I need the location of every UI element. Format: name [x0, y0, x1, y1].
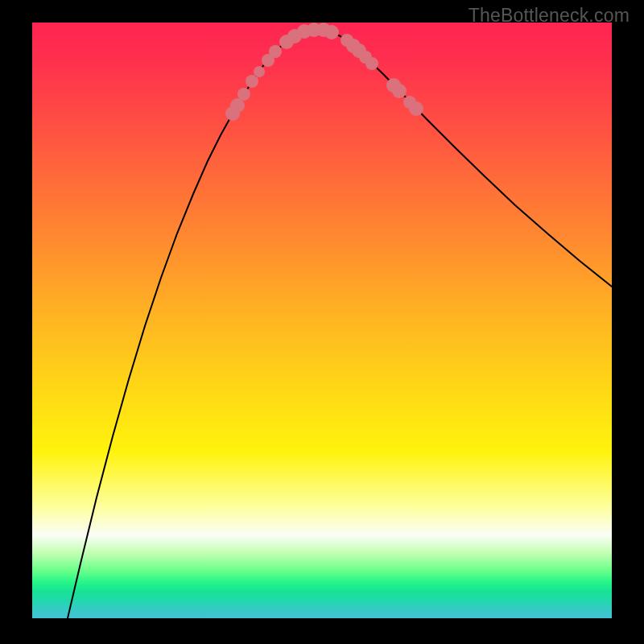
curve-marker — [409, 101, 423, 116]
plot-area — [32, 23, 612, 618]
curve-marker — [392, 84, 407, 98]
curve-marker — [324, 25, 339, 39]
bottleneck-curve-line — [68, 29, 612, 618]
curve-markers — [225, 23, 423, 121]
chart-frame: TheBottleneck.com — [0, 0, 644, 644]
curve-marker — [254, 66, 265, 77]
curve-marker — [269, 45, 282, 58]
curve-marker — [246, 75, 258, 88]
curve-svg — [32, 23, 612, 618]
curve-marker — [237, 88, 250, 101]
curve-marker — [365, 57, 378, 70]
